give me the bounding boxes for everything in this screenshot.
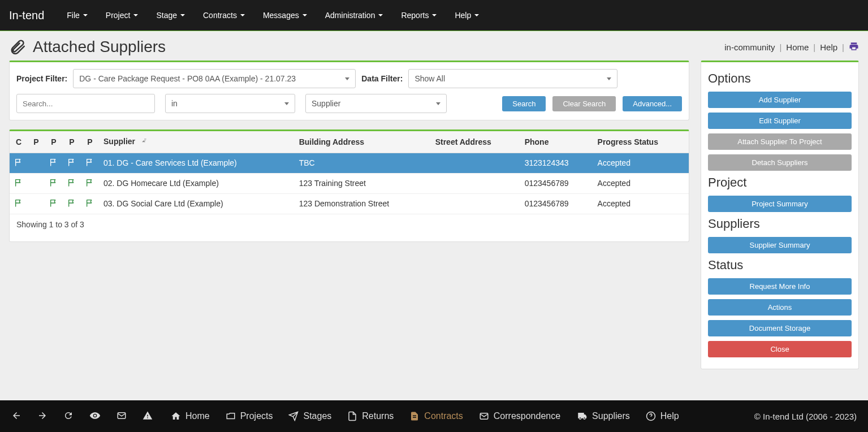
flag-icon <box>28 173 45 193</box>
col-c[interactable]: C <box>10 131 28 153</box>
options-panel: Options Add Supplier Edit Supplier Attac… <box>701 61 859 369</box>
flag-icon <box>81 193 99 214</box>
nav-home[interactable]: Home <box>171 411 210 421</box>
link-home[interactable]: Home <box>786 42 809 52</box>
flag-icon <box>81 153 99 173</box>
table-row[interactable]: 01. DG - Care Services Ltd (Example)TBC3… <box>10 153 689 173</box>
menu-stage[interactable]: Stage <box>147 0 194 31</box>
request-more-info-button[interactable]: Request More Info <box>708 278 852 295</box>
flag-icon <box>10 173 28 193</box>
col-supplier[interactable]: Supplier <box>99 131 295 153</box>
flag-icon <box>28 193 45 214</box>
forward-icon[interactable] <box>37 411 47 422</box>
project-filter-label: Project Filter: <box>16 74 67 83</box>
cell-street <box>431 173 520 193</box>
col-p1[interactable]: P <box>28 131 45 153</box>
table-row[interactable]: 02. DG Homecare Ltd (Example)123 Trainin… <box>10 173 689 193</box>
cell-phone: 0123456789 <box>520 193 593 214</box>
col-p4[interactable]: P <box>81 131 99 153</box>
search-field-select[interactable]: Supplier <box>305 94 447 113</box>
table-row[interactable]: 03. DG Social Care Ltd (Example)123 Demo… <box>10 193 689 214</box>
cell-supplier: 03. DG Social Care Ltd (Example) <box>99 193 295 214</box>
chevron-down-icon <box>180 14 185 16</box>
attach-supplier-button[interactable]: Attach Supplier To Project <box>708 133 852 150</box>
document-storage-button[interactable]: Document Storage <box>708 320 852 336</box>
add-supplier-button[interactable]: Add Supplier <box>708 92 852 108</box>
cell-building: 123 Demonstration Street <box>295 193 431 214</box>
cell-street <box>431 153 520 173</box>
nav-help[interactable]: Help <box>646 411 679 421</box>
col-building[interactable]: Building Address <box>295 131 431 153</box>
cell-status: Accepted <box>593 153 689 173</box>
close-button[interactable]: Close <box>708 341 852 357</box>
refresh-icon[interactable] <box>63 411 74 422</box>
menu-administration[interactable]: Administration <box>316 0 392 31</box>
mail-icon[interactable] <box>116 411 127 422</box>
link-in-community[interactable]: in-community <box>724 42 775 52</box>
eye-icon[interactable] <box>89 410 101 423</box>
chevron-down-icon <box>303 14 307 16</box>
flag-icon <box>45 173 63 193</box>
menu-messages[interactable]: Messages <box>254 0 316 31</box>
suppliers-heading: Suppliers <box>708 217 852 231</box>
col-p2[interactable]: P <box>45 131 63 153</box>
flag-icon <box>10 153 28 173</box>
chevron-down-icon <box>133 14 138 16</box>
data-filter-label: Data Filter: <box>361 74 403 83</box>
menu-project[interactable]: Project <box>97 0 148 31</box>
menu-help[interactable]: Help <box>446 0 488 31</box>
col-street[interactable]: Street Address <box>431 131 520 153</box>
warning-icon[interactable] <box>142 411 153 422</box>
cell-status: Accepted <box>593 193 689 214</box>
flag-icon <box>45 153 63 173</box>
supplier-summary-button[interactable]: Supplier Summary <box>708 237 852 253</box>
flag-icon <box>45 193 63 214</box>
print-icon[interactable] <box>849 41 859 53</box>
detach-suppliers-button[interactable]: Detach Suppliers <box>708 154 852 171</box>
flag-icon <box>10 193 28 214</box>
advanced-button[interactable]: Advanced... <box>623 96 682 111</box>
cell-building: 123 Training Street <box>295 173 431 193</box>
search-in-select[interactable]: in <box>165 94 295 113</box>
menu-contracts[interactable]: Contracts <box>194 0 254 31</box>
nav-projects[interactable]: Projects <box>226 411 273 421</box>
paperclip-icon <box>9 38 26 55</box>
menu-reports[interactable]: Reports <box>392 0 446 31</box>
edit-supplier-button[interactable]: Edit Supplier <box>708 113 852 129</box>
col-status[interactable]: Progress Status <box>593 131 689 153</box>
chevron-down-icon <box>240 14 245 16</box>
flag-icon <box>81 173 99 193</box>
options-heading: Options <box>708 71 852 86</box>
project-summary-button[interactable]: Project Summary <box>708 196 852 212</box>
head-links: in-community | Home | Help | <box>724 41 859 53</box>
nav-returns[interactable]: Returns <box>347 411 394 421</box>
page-title: Attached Suppliers <box>9 38 166 56</box>
bottom-bar: Home Projects Stages Returns Contracts C… <box>0 400 868 427</box>
project-filter-select[interactable]: DG - Care Package Request - PO8 0AA (Exa… <box>73 69 356 88</box>
nav-contracts[interactable]: Contracts <box>409 411 463 421</box>
search-button[interactable]: Search <box>502 96 546 111</box>
clear-search-button[interactable]: Clear Search <box>552 96 616 111</box>
page-header: Attached Suppliers in-community | Home |… <box>0 31 868 61</box>
copyright: © In-tend Ltd (2006 - 2023) <box>754 412 857 421</box>
back-icon[interactable] <box>11 411 21 422</box>
data-filter-select[interactable]: Show All <box>408 69 617 88</box>
cell-street <box>431 193 520 214</box>
nav-suppliers[interactable]: Suppliers <box>576 411 630 421</box>
status-heading: Status <box>708 258 852 273</box>
col-p3[interactable]: P <box>63 131 81 153</box>
nav-stages[interactable]: Stages <box>288 411 331 421</box>
chevron-down-icon <box>432 14 437 16</box>
col-phone[interactable]: Phone <box>520 131 593 153</box>
cell-status: Accepted <box>593 173 689 193</box>
cell-phone: 3123124343 <box>520 153 593 173</box>
flag-icon <box>63 193 81 214</box>
menu-file[interactable]: File <box>58 0 97 31</box>
chevron-down-icon <box>83 14 88 16</box>
nav-correspondence[interactable]: Correspondence <box>479 411 560 421</box>
chevron-down-icon <box>378 14 383 16</box>
link-help[interactable]: Help <box>820 42 837 52</box>
search-input[interactable] <box>16 94 155 113</box>
top-menu: File Project Stage Contracts Messages Ad… <box>58 0 488 31</box>
actions-button[interactable]: Actions <box>708 299 852 316</box>
